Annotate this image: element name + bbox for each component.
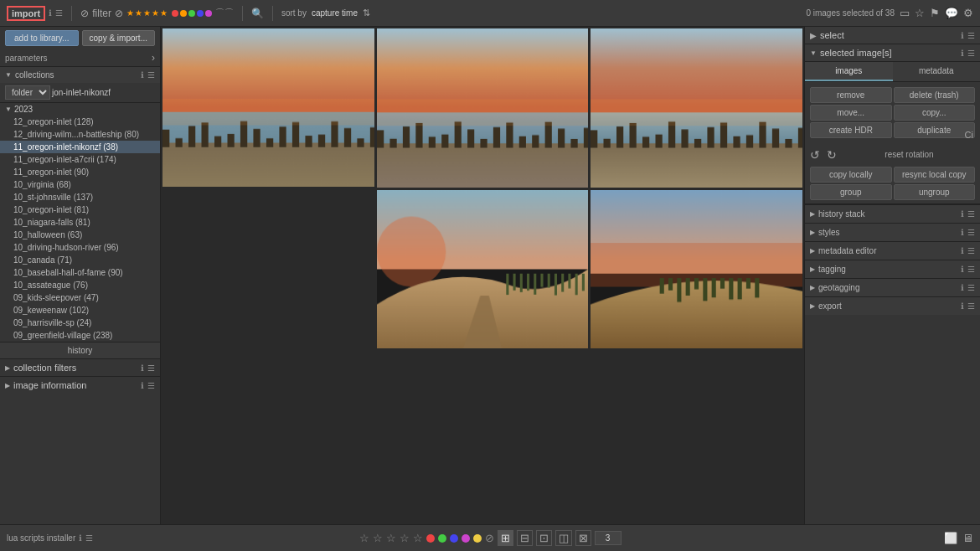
lua-scripts-label[interactable]: lua scripts installer — [7, 533, 75, 543]
si-menu-icon[interactable]: ☰ — [967, 49, 975, 58]
red-dot[interactable] — [172, 10, 178, 17]
images-tab[interactable]: images — [805, 62, 893, 81]
star-icon[interactable]: ☆ — [915, 7, 925, 19]
move-button[interactable]: move... — [810, 105, 892, 121]
bottom-purple-dot[interactable] — [462, 534, 470, 543]
info-icon[interactable]: ℹ — [49, 8, 52, 18]
copy-locally-button[interactable]: copy locally — [810, 167, 892, 183]
cf-info-icon[interactable]: ℹ — [141, 363, 144, 373]
blue-dot[interactable] — [197, 10, 204, 17]
geo-menu-icon[interactable]: ☰ — [967, 283, 975, 292]
folder-item[interactable]: 10_driving-hudson-river (96) — [0, 241, 160, 254]
tg-menu-icon[interactable]: ☰ — [967, 265, 975, 274]
st-info-icon[interactable]: ℹ — [961, 228, 964, 237]
hs-info-icon[interactable]: ℹ — [961, 209, 964, 219]
folder-item[interactable]: 09_greenfield-village (238) — [0, 329, 160, 342]
folder-item[interactable]: 11_oregon-inlet-a7crii (174) — [0, 153, 160, 166]
grid-view-button[interactable]: ⊞ — [498, 530, 513, 546]
metadata-tab[interactable]: metadata — [893, 62, 981, 81]
sort-direction-icon[interactable]: ⇅ — [363, 8, 370, 18]
remove-button[interactable]: remove — [810, 87, 892, 103]
metadata-editor-header[interactable]: ▶ metadata editor ℹ ☰ — [805, 242, 980, 260]
ungroup-button[interactable]: ungroup — [894, 184, 976, 200]
view-icon-1[interactable]: ▭ — [900, 7, 910, 19]
lua-menu-icon[interactable]: ☰ — [85, 533, 93, 543]
folder-item[interactable]: 12_driving-wilm...n-battleship (80) — [0, 128, 160, 141]
folder-item[interactable]: 11_oregon-inlet-nikonzf (38) — [0, 141, 160, 153]
params-arrow[interactable]: › — [152, 52, 155, 64]
folder-name[interactable]: jon-inlet-nikonzf — [52, 88, 111, 97]
ex-menu-icon[interactable]: ☰ — [967, 301, 975, 311]
image-cell[interactable] — [591, 28, 802, 188]
folder-item[interactable]: 10_oregon-inlet (81) — [0, 203, 160, 216]
folder-item[interactable]: 10_baseball-hall-of-fame (90) — [0, 266, 160, 279]
image-information[interactable]: ▶ image information ℹ ☰ — [0, 376, 160, 394]
folder-item[interactable]: 10_st-johnsville (137) — [0, 191, 160, 203]
image-cell[interactable] — [162, 190, 374, 348]
export-header[interactable]: ▶ export ℹ ☰ — [805, 297, 980, 315]
filter-icon[interactable]: ⊘ — [80, 8, 89, 19]
delete-button[interactable]: delete (trash) — [894, 87, 976, 103]
folder-item[interactable]: 09_harrisville-sp (24) — [0, 317, 160, 329]
copy-button[interactable]: copy... — [894, 105, 976, 121]
compare-view-button[interactable]: ◫ — [555, 530, 572, 546]
history-bar[interactable]: history — [0, 342, 160, 358]
gear-icon[interactable]: ⚙ — [963, 7, 973, 19]
bottom-red-dot[interactable] — [426, 534, 435, 543]
display-icon[interactable]: 🖥 — [962, 532, 973, 544]
image-cell[interactable] — [162, 28, 374, 187]
select-menu-icon[interactable]: ☰ — [967, 31, 975, 40]
folder-item[interactable]: 10_niagara-falls (81) — [0, 216, 160, 229]
cf-menu-icon[interactable]: ☰ — [147, 363, 155, 373]
zoom-view-button[interactable]: ⊡ — [536, 530, 552, 546]
culling-view-button[interactable]: ⊠ — [575, 530, 591, 546]
hs-menu-icon[interactable]: ☰ — [967, 209, 975, 219]
menu-icon[interactable]: ☰ — [55, 8, 63, 18]
image-cell[interactable] — [377, 28, 589, 188]
create-hdr-button[interactable]: create HDR — [810, 122, 892, 138]
star-btn-3[interactable]: ☆ — [386, 532, 396, 544]
group-button[interactable]: group — [810, 184, 892, 200]
ii-menu-icon[interactable]: ☰ — [147, 381, 155, 390]
sort-value[interactable]: capture time — [312, 8, 358, 18]
star-btn-1[interactable]: ☆ — [359, 532, 369, 544]
folder-item[interactable]: 10_halloween (63) — [0, 229, 160, 241]
year-item[interactable]: ▼ 2023 — [0, 103, 160, 116]
bottom-blue-dot[interactable] — [450, 534, 458, 543]
tagging-header[interactable]: ▶ tagging ℹ ☰ — [805, 260, 980, 278]
duplicate-button[interactable]: duplicate — [894, 122, 976, 138]
styles-header[interactable]: ▶ styles ℹ ☰ — [805, 224, 980, 241]
history-stack-header[interactable]: ▶ history stack ℹ ☰ — [805, 205, 980, 223]
folder-item[interactable]: 12_oregon-inlet (128) — [0, 116, 160, 128]
lua-info-icon[interactable]: ℹ — [79, 533, 82, 543]
st-menu-icon[interactable]: ☰ — [967, 228, 975, 237]
select-info-icon[interactable]: ℹ — [961, 31, 964, 40]
geotagging-header[interactable]: ▶ geotagging ℹ ☰ — [805, 279, 980, 296]
purple-dot[interactable] — [205, 10, 212, 17]
collections-header[interactable]: ▼ collections ℹ ☰ — [0, 67, 160, 83]
bottom-green-dot[interactable] — [438, 534, 446, 543]
green-dot[interactable] — [188, 10, 195, 17]
star-btn-5[interactable]: ☆ — [413, 532, 423, 544]
copy-import-button[interactable]: copy & import... — [82, 30, 156, 46]
ii-info-icon[interactable]: ℹ — [141, 381, 144, 390]
si-info-icon[interactable]: ℹ — [961, 49, 964, 58]
me-info-icon[interactable]: ℹ — [961, 246, 964, 255]
rotate-ccw-button[interactable]: ↺ — [810, 145, 820, 165]
search-icon[interactable]: 🔍 — [251, 8, 264, 19]
image-cell[interactable] — [591, 190, 802, 349]
resync-button[interactable]: resync local copy — [894, 167, 976, 183]
select-triangle[interactable]: ▶ — [810, 31, 817, 40]
bottom-yellow-dot[interactable] — [473, 534, 482, 543]
collections-menu-icon[interactable]: ☰ — [147, 70, 155, 80]
collection-filters[interactable]: ▶ collection filters ℹ ☰ — [0, 358, 160, 376]
collections-info-icon[interactable]: ℹ — [141, 70, 144, 80]
folder-item[interactable]: 09_kids-sleepover (47) — [0, 291, 160, 304]
image-cell[interactable] — [377, 190, 589, 349]
tg-info-icon[interactable]: ℹ — [961, 265, 964, 274]
folder-item[interactable]: 10_canada (71) — [0, 254, 160, 266]
me-menu-icon[interactable]: ☰ — [967, 246, 975, 255]
page-number-input[interactable] — [595, 531, 622, 545]
speech-icon[interactable]: 💬 — [945, 7, 958, 19]
ex-info-icon[interactable]: ℹ — [961, 301, 964, 311]
